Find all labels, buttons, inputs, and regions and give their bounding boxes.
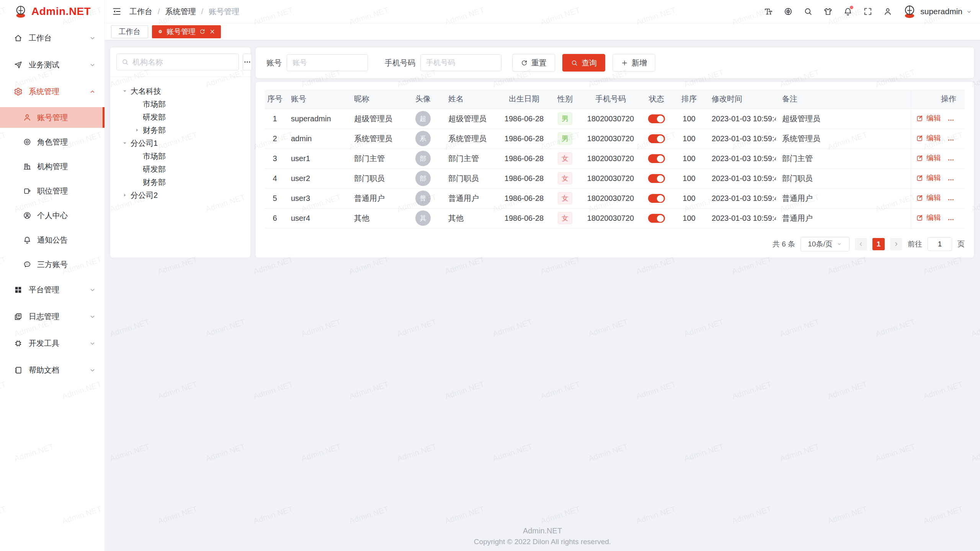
edit-button[interactable]: 编辑 <box>916 213 941 223</box>
status-toggle[interactable] <box>648 114 665 123</box>
sidebar-subitem-通知公告[interactable]: 通知公告 <box>0 230 105 250</box>
add-button[interactable]: 新增 <box>612 54 655 72</box>
caret-down-icon[interactable] <box>122 88 128 94</box>
fold-menu-icon[interactable] <box>112 7 122 16</box>
status-toggle[interactable] <box>648 194 665 203</box>
query-button[interactable]: 查询 <box>562 54 605 72</box>
breadcrumb-item-工作台[interactable]: 工作台 <box>129 7 152 17</box>
page-unit-label: 页 <box>957 239 965 249</box>
tab-工作台[interactable]: 工作台 <box>111 25 148 38</box>
sidebar-item-开发工具[interactable]: 开发工具 <box>0 332 105 354</box>
sidebar-item-帮助文档[interactable]: 帮助文档 <box>0 359 105 381</box>
sidebar-subitem-角色管理[interactable]: 角色管理 <box>0 132 105 152</box>
row-more-button[interactable] <box>947 156 956 164</box>
tree-node-分公司2[interactable]: 分公司2 <box>116 189 244 202</box>
fullscreen-button[interactable] <box>859 3 876 20</box>
cell-account: superadmin <box>291 114 331 123</box>
search-button[interactable] <box>800 3 817 20</box>
sidebar-subitem-机构管理[interactable]: 机构管理 <box>0 156 105 177</box>
phone-input[interactable] <box>420 54 501 71</box>
font-size-button[interactable] <box>760 3 777 20</box>
prev-page-button[interactable] <box>855 238 867 250</box>
tab-账号管理[interactable]: 账号管理 <box>152 25 221 38</box>
sidebar-subitem-label: 三方账号 <box>37 259 96 270</box>
edit-button[interactable]: 编辑 <box>916 173 941 183</box>
sidebar-item-日志管理[interactable]: 日志管理 <box>0 305 105 328</box>
row-more-button[interactable] <box>947 176 956 184</box>
status-toggle[interactable] <box>648 174 665 183</box>
cell-modified: 2023-01-03 10:59:44 <box>712 214 776 222</box>
cell-phone: 18020030720 <box>587 194 634 202</box>
caret-right-icon[interactable] <box>134 127 140 133</box>
edit-button[interactable]: 编辑 <box>916 153 941 163</box>
theme-button[interactable] <box>820 3 836 20</box>
close-icon[interactable] <box>209 28 216 35</box>
notification-button[interactable] <box>840 3 856 20</box>
current-page[interactable]: 1 <box>872 238 885 250</box>
sidebar-item-业务测试[interactable]: 业务测试 <box>0 54 105 76</box>
refresh-icon[interactable] <box>199 28 206 35</box>
row-more-button[interactable] <box>947 116 956 124</box>
tree-node-市场部[interactable]: 市场部 <box>116 98 244 111</box>
caret-right-icon[interactable] <box>122 192 128 198</box>
sidebar-subitem-账号管理[interactable]: 账号管理 <box>0 107 105 128</box>
goto-page-input[interactable] <box>928 237 952 251</box>
org-more-button[interactable] <box>243 54 252 70</box>
user-outline-button[interactable] <box>879 3 896 20</box>
sidebar-subitem-三方账号[interactable]: 三方账号 <box>0 254 105 275</box>
tree-node-研发部[interactable]: 研发部 <box>116 163 244 176</box>
column-header-昵称: 昵称 <box>348 90 404 109</box>
cell: superadmin <box>285 109 348 129</box>
cell: 部门职员 <box>776 168 911 188</box>
position-icon <box>23 187 31 195</box>
row-more-button[interactable] <box>947 196 956 204</box>
reset-button[interactable]: 重置 <box>512 54 555 72</box>
org-search-row <box>116 54 244 70</box>
log-icon <box>14 312 23 321</box>
next-page-button[interactable] <box>890 238 902 250</box>
row-more-button[interactable] <box>947 136 956 144</box>
language-button[interactable] <box>780 3 797 20</box>
org-search-input[interactable] <box>132 58 234 67</box>
column-header-性别: 性别 <box>549 90 581 109</box>
column-header-排序: 排序 <box>673 90 706 109</box>
status-toggle[interactable] <box>648 134 665 143</box>
sidebar-item-平台管理[interactable]: 平台管理 <box>0 279 105 301</box>
sidebar-item-工作台[interactable]: 工作台 <box>0 27 105 49</box>
cell-remark: 普通用户 <box>782 214 813 222</box>
mascot-icon <box>14 5 28 18</box>
cell: 普 <box>404 188 442 208</box>
table-row: 4user2部门职员部部门职员1986-06-28女18020030720100… <box>265 168 965 188</box>
gender-badge: 女 <box>558 192 572 204</box>
tree-node-市场部[interactable]: 市场部 <box>116 150 244 163</box>
user-table: 序号账号昵称头像姓名出生日期性别手机号码状态排序修改时间备注操作1superad… <box>265 90 965 228</box>
tree-node-大名科技[interactable]: 大名科技 <box>116 85 244 98</box>
edit-button[interactable]: 编辑 <box>916 113 941 123</box>
sidebar-subitem-职位管理[interactable]: 职位管理 <box>0 181 105 201</box>
breadcrumb-item-系统管理[interactable]: 系统管理 <box>165 7 196 17</box>
chip-icon <box>14 339 23 348</box>
sidebar-subitem-个人中心[interactable]: 个人中心 <box>0 205 105 226</box>
account-input[interactable] <box>287 54 368 71</box>
cell-account: admin <box>291 134 312 143</box>
caret-down-icon[interactable] <box>122 140 128 146</box>
cell: 5 <box>265 188 285 208</box>
search-icon <box>121 58 129 66</box>
gender-badge: 女 <box>558 212 572 224</box>
tree-node-财务部[interactable]: 财务部 <box>116 176 244 189</box>
edit-button[interactable]: 编辑 <box>916 193 941 203</box>
tree-node-研发部[interactable]: 研发部 <box>116 111 244 124</box>
add-label: 新增 <box>632 58 647 68</box>
cell-phone: 18020030720 <box>587 214 634 222</box>
status-toggle[interactable] <box>648 154 665 163</box>
status-toggle[interactable] <box>648 214 665 223</box>
sidebar-item-系统管理[interactable]: 系统管理 <box>0 80 105 103</box>
app-logo[interactable]: Admin.NET <box>0 0 105 23</box>
edit-button[interactable]: 编辑 <box>916 133 941 143</box>
row-more-button[interactable] <box>947 216 956 223</box>
tree-node-财务部[interactable]: 财务部 <box>116 124 244 137</box>
page-size-select[interactable]: 10条/页 <box>800 237 849 251</box>
tree-node-分公司1[interactable]: 分公司1 <box>116 137 244 150</box>
user-menu[interactable]: superadmin <box>902 4 972 19</box>
cell: 1986-06-28 <box>499 129 549 148</box>
